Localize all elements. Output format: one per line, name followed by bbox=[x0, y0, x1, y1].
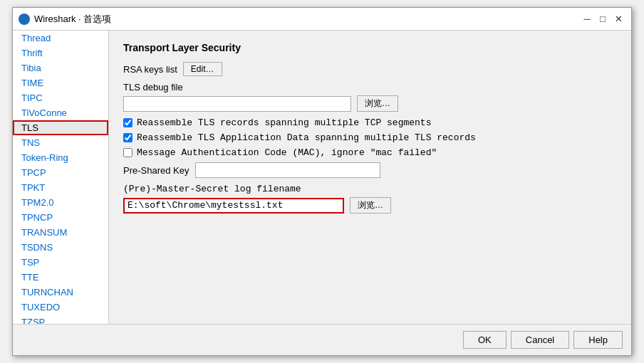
title-bar: Wireshark · 首选项 ─ □ ✕ bbox=[13, 8, 631, 31]
title-bar-controls: ─ □ ✕ bbox=[580, 12, 625, 26]
tls-debug-label: TLS debug file bbox=[123, 82, 617, 93]
cancel-button[interactable]: Cancel bbox=[511, 331, 569, 349]
sidebar-item-TSDNS[interactable]: TSDNS bbox=[13, 240, 108, 255]
rsa-keys-row: RSA keys list Edit… bbox=[123, 62, 617, 76]
browse-button-2[interactable]: 浏览… bbox=[350, 197, 391, 214]
sidebar-item-TLS[interactable]: TLS bbox=[13, 120, 108, 135]
sidebar-item-Token-Ring[interactable]: Token-Ring bbox=[13, 150, 108, 165]
section-title: Transport Layer Security bbox=[123, 42, 617, 53]
sidebar-item-TNS[interactable]: TNS bbox=[13, 135, 108, 150]
sidebar-item-Thrift[interactable]: Thrift bbox=[13, 46, 108, 60]
sidebar-item-TUXEDO[interactable]: TUXEDO bbox=[13, 300, 108, 315]
sidebar-item-TIPC[interactable]: TIPC bbox=[13, 90, 108, 105]
main-dialog: Wireshark · 首选项 ─ □ ✕ ThreadThriftTibiaT… bbox=[12, 7, 632, 356]
rsa-keys-label: RSA keys list bbox=[123, 64, 177, 75]
checkbox2-label: Reassemble TLS Application Data spanning… bbox=[137, 132, 476, 143]
help-button[interactable]: Help bbox=[573, 331, 623, 349]
checkbox3-label: Message Authentication Code (MAC), ignor… bbox=[137, 147, 437, 158]
edit-button[interactable]: Edit… bbox=[183, 62, 222, 76]
checkbox1-label: Reassemble TLS records spanning multiple… bbox=[137, 117, 431, 128]
ok-button[interactable]: OK bbox=[463, 331, 507, 349]
sidebar-item-TRANSUM[interactable]: TRANSUM bbox=[13, 225, 108, 240]
sidebar-item-Thread[interactable]: Thread bbox=[13, 31, 108, 46]
sidebar-item-TiVoConn[interactable]: TiVoConne bbox=[13, 105, 108, 120]
sidebar-item-TPNCP[interactable]: TPNCP bbox=[13, 210, 108, 225]
checkbox2[interactable] bbox=[123, 133, 133, 142]
checkbox3[interactable] bbox=[123, 148, 133, 157]
pre-shared-key-row: Pre-Shared Key bbox=[123, 162, 617, 178]
close-button[interactable]: ✕ bbox=[611, 12, 625, 26]
sidebar-item-TSP[interactable]: TSP bbox=[13, 255, 108, 270]
sidebar-item-TPM2.0[interactable]: TPM2.0 bbox=[13, 195, 108, 210]
title-bar-title: Wireshark · 首选项 bbox=[34, 13, 111, 26]
sidebar-item-TPKT[interactable]: TPKT bbox=[13, 180, 108, 195]
checkbox1-row: Reassemble TLS records spanning multiple… bbox=[123, 117, 617, 128]
sidebar-wrapper: ThreadThriftTibiaTIMETIPCTiVoConneTLSTNS… bbox=[13, 31, 109, 324]
checkbox2-row: Reassemble TLS Application Data spanning… bbox=[123, 132, 617, 143]
log-filename-label: (Pre)-Master-Secret log filename bbox=[123, 184, 617, 194]
pre-shared-key-input[interactable] bbox=[195, 162, 380, 178]
tls-debug-input[interactable] bbox=[123, 96, 351, 112]
sidebar[interactable]: ThreadThriftTibiaTIMETIPCTiVoConneTLSTNS… bbox=[13, 31, 108, 324]
sidebar-item-TIME[interactable]: TIME bbox=[13, 75, 108, 90]
browse-button-1[interactable]: 浏览… bbox=[357, 95, 398, 112]
maximize-button[interactable]: □ bbox=[596, 12, 610, 26]
minimize-button[interactable]: ─ bbox=[580, 12, 594, 26]
sidebar-item-TPCP[interactable]: TPCP bbox=[13, 165, 108, 180]
wireshark-icon bbox=[19, 14, 30, 25]
log-filename-input[interactable] bbox=[123, 198, 344, 214]
pre-shared-key-label: Pre-Shared Key bbox=[123, 165, 189, 176]
title-bar-left: Wireshark · 首选项 bbox=[19, 13, 111, 26]
checkbox1[interactable] bbox=[123, 118, 133, 127]
debug-file-row: 浏览… bbox=[123, 95, 617, 112]
sidebar-item-TURNCHAN[interactable]: TURNCHAN bbox=[13, 285, 108, 300]
sidebar-item-Tibia[interactable]: Tibia bbox=[13, 60, 108, 75]
log-filename-row: 浏览… bbox=[123, 197, 617, 214]
main-panel: Transport Layer Security RSA keys list E… bbox=[109, 31, 631, 324]
sidebar-item-TTE[interactable]: TTE bbox=[13, 270, 108, 285]
content-area: ThreadThriftTibiaTIMETIPCTiVoConneTLSTNS… bbox=[13, 31, 631, 324]
button-bar: OK Cancel Help bbox=[13, 324, 631, 355]
sidebar-item-TZSP[interactable]: TZSP bbox=[13, 315, 108, 324]
checkbox3-row: Message Authentication Code (MAC), ignor… bbox=[123, 147, 617, 158]
